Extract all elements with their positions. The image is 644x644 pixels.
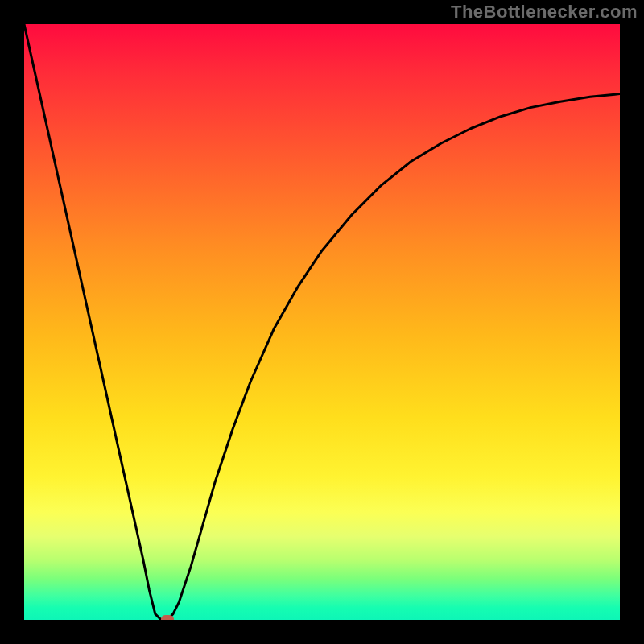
watermark-text: TheBottlenecker.com (451, 2, 638, 23)
current-point-marker[interactable] (161, 615, 174, 620)
curve-path (24, 24, 620, 620)
plot-area (24, 24, 620, 620)
bottleneck-curve (24, 24, 620, 620)
chart-frame: TheBottlenecker.com (0, 0, 644, 644)
